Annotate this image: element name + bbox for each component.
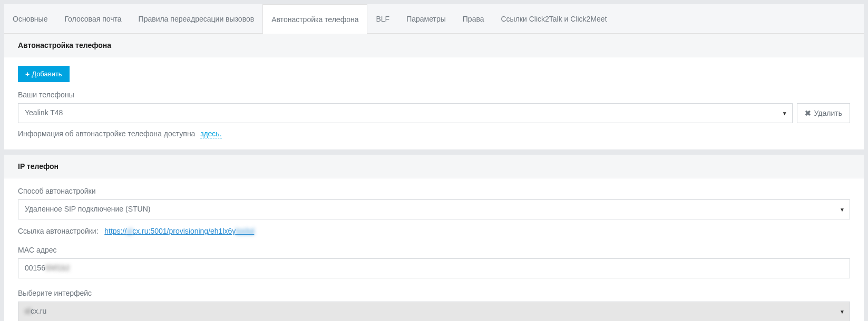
delete-button[interactable]: ✖ Удалить xyxy=(797,103,850,123)
provisioning-label: Ссылка автонастройки: xyxy=(18,227,99,235)
add-button-label: Добавить xyxy=(32,70,62,78)
autoconfig-panel: Автонастройка телефона + Добавить Ваши т… xyxy=(4,34,864,149)
phone-select[interactable]: Yealink T48 xyxy=(18,103,793,123)
tab-links[interactable]: Ссылки Click2Talk и Click2Meet xyxy=(492,4,615,33)
add-button[interactable]: + Добавить xyxy=(18,66,70,82)
method-select[interactable]: Удаленное SIP подключение (STUN) xyxy=(18,199,850,219)
close-icon: ✖ xyxy=(805,109,811,117)
autoconfig-info: Информация об автонастройке телефона дос… xyxy=(18,129,850,138)
interface-select[interactable]: olcx.ru xyxy=(18,302,850,321)
autoconfig-heading: Автонастройка телефона xyxy=(4,34,864,57)
tabs-bar: Основные Голосовая почта Правила переадр… xyxy=(4,4,864,34)
method-label: Способ автонастройки xyxy=(18,187,850,195)
mac-label: MAC адрес xyxy=(18,246,850,254)
ip-phone-heading: IP телефон xyxy=(4,155,864,178)
info-text: Информация об автонастройке телефона дос… xyxy=(18,129,195,138)
tab-rights[interactable]: Права xyxy=(454,4,493,33)
tab-forwarding[interactable]: Правила переадресации вызовов xyxy=(130,4,263,33)
plus-icon: + xyxy=(25,71,30,78)
tab-blf[interactable]: BLF xyxy=(367,4,398,33)
tab-main[interactable]: Основные xyxy=(4,4,56,33)
tab-voicemail[interactable]: Голосовая почта xyxy=(56,4,130,33)
provisioning-link[interactable]: https://olcx.ru:5001/provisioning/eh1lx6… xyxy=(104,227,254,235)
delete-button-label: Удалить xyxy=(814,109,842,117)
provisioning-row: Ссылка автонастройки: https://olcx.ru:50… xyxy=(18,227,850,235)
info-link[interactable]: здесь. xyxy=(200,129,221,138)
tab-params[interactable]: Параметры xyxy=(398,4,454,33)
ip-phone-panel: IP телефон Способ автонастройки Удаленно… xyxy=(4,155,864,321)
tab-autoconfig[interactable]: Автонастройка телефона xyxy=(262,4,367,34)
mac-input[interactable]: 001565f4f1b2 xyxy=(18,258,850,278)
your-phones-label: Ваши телефоны xyxy=(18,91,850,99)
interface-label: Выберите интерфейс xyxy=(18,289,850,297)
